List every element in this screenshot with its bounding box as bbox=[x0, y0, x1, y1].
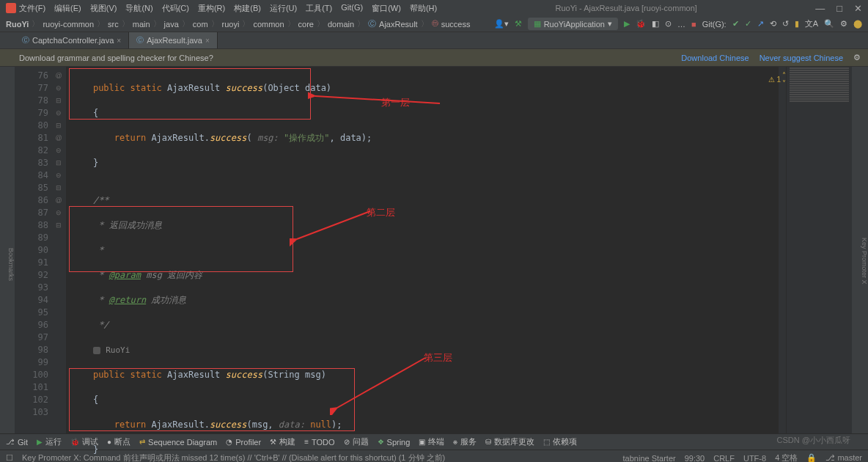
menu-file[interactable]: 文件(F) bbox=[19, 3, 45, 14]
menu-view[interactable]: 视图(V) bbox=[90, 3, 117, 14]
author-icon bbox=[93, 347, 100, 354]
run-icon[interactable]: ▶ bbox=[624, 19, 630, 29]
tabs-bar: ⒸCaptchaController.java× ⒸAjaxResult.jav… bbox=[0, 32, 868, 49]
keypromoter-tab[interactable]: Key Promoter X bbox=[861, 238, 868, 285]
profiler-icon[interactable]: ⊙ bbox=[665, 19, 672, 29]
menu-build[interactable]: 构建(B) bbox=[234, 3, 261, 14]
breadcrumb[interactable]: RuoYi〉 ruoyi-common〉 src〉 main〉 java〉 co… bbox=[6, 18, 470, 29]
crumb[interactable]: common bbox=[253, 20, 284, 29]
left-sidebar[interactable]: Bookmarks 结构 bbox=[0, 67, 15, 433]
nav-bar: RuoYi〉 ruoyi-common〉 src〉 main〉 java〉 co… bbox=[0, 16, 868, 32]
main-menu[interactable]: 文件(F) 编辑(E) 视图(V) 导航(N) 代码(C) 重构(R) 构建(B… bbox=[19, 3, 437, 14]
annotation-3: 第三层 bbox=[424, 351, 452, 364]
menu-window[interactable]: 窗口(W) bbox=[372, 3, 401, 14]
menu-tools[interactable]: 工具(T) bbox=[306, 3, 332, 14]
annotation-1: 第一层 bbox=[381, 96, 410, 109]
gutter-line-numbers: 76777879 80818283 84858687 88899091 9293… bbox=[15, 67, 51, 433]
git-label: Git(G): bbox=[702, 20, 727, 29]
notice-gear-icon[interactable]: ⚙ bbox=[853, 53, 861, 62]
event-icon[interactable]: ▮ bbox=[795, 19, 799, 29]
close-icon[interactable]: ✕ bbox=[854, 3, 862, 14]
git-update-icon[interactable]: ✔ bbox=[732, 19, 739, 29]
editor[interactable]: 76777879 80818283 84858687 88899091 9293… bbox=[15, 67, 852, 433]
crumb[interactable]: src bbox=[108, 20, 119, 29]
menu-edit[interactable]: 编辑(E) bbox=[54, 3, 81, 14]
tab-ajaxresult[interactable]: ⒸAjaxResult.java× bbox=[129, 32, 218, 48]
menu-help[interactable]: 帮助(H) bbox=[410, 3, 437, 14]
error-stripe[interactable]: ⚠1 ˄ ˅ bbox=[779, 67, 786, 433]
branch[interactable]: ⎇ master bbox=[825, 453, 862, 462]
crumb[interactable]: RuoYi bbox=[6, 20, 29, 29]
author-hint: RuoYi bbox=[106, 345, 130, 355]
annotation-2: 第二层 bbox=[367, 206, 395, 219]
menu-run[interactable]: 运行(U) bbox=[270, 3, 297, 14]
crumb[interactable]: java bbox=[164, 20, 179, 29]
window-title: RuoYi - AjaxResult.java [ruoyi-common] bbox=[440, 4, 812, 12]
history-icon[interactable]: ⟲ bbox=[770, 19, 776, 29]
lock-icon[interactable]: 🔒 bbox=[806, 453, 817, 462]
crumb[interactable]: main bbox=[133, 20, 150, 29]
menu-nav[interactable]: 导航(N) bbox=[125, 3, 152, 14]
right-sidebar[interactable]: Key Promoter X Maven 数据库 Restful Tool 通知 bbox=[852, 67, 868, 433]
crumb[interactable]: AjaxResult bbox=[379, 20, 418, 29]
git-tool[interactable]: ⎇Git bbox=[6, 438, 28, 447]
title-bar: 文件(F) 编辑(E) 视图(V) 导航(N) 代码(C) 重构(R) 构建(B… bbox=[0, 0, 868, 16]
notice-msg: Download grammar and spelling checker fo… bbox=[19, 54, 213, 62]
menu-code[interactable]: 代码(C) bbox=[162, 3, 189, 14]
close-tab-icon[interactable]: × bbox=[205, 37, 210, 45]
warning-count[interactable]: ⚠1 ˄ ˅ bbox=[768, 71, 786, 87]
close-tab-icon[interactable]: × bbox=[117, 37, 121, 45]
watermark: CSDN @小小西瓜呀 bbox=[777, 435, 850, 446]
debug-icon[interactable]: 🐞 bbox=[636, 19, 646, 29]
notice-bar: Download grammar and spelling checker fo… bbox=[0, 49, 868, 67]
maximize-icon[interactable]: □ bbox=[836, 3, 842, 14]
gutter-fold[interactable]: @⊖⊟ ⊖⊟ @⊖⊟ ⊖⊟ @⊖⊟ bbox=[51, 67, 66, 433]
app-icon bbox=[6, 3, 16, 13]
revert-icon[interactable]: ↺ bbox=[782, 19, 789, 29]
bookmarks-tab[interactable]: Bookmarks bbox=[7, 248, 15, 281]
hammer-icon[interactable]: ⚒ bbox=[515, 19, 522, 29]
stop-icon[interactable]: ■ bbox=[691, 20, 696, 29]
user-icon[interactable]: 👤▾ bbox=[494, 19, 509, 29]
translate-icon[interactable]: 文A bbox=[805, 18, 818, 29]
coverage-icon[interactable]: ◧ bbox=[652, 19, 659, 29]
run-tool[interactable]: ▶运行 bbox=[37, 436, 62, 447]
attach-icon[interactable]: … bbox=[677, 20, 685, 29]
settings-icon[interactable]: ⚙ bbox=[840, 19, 847, 29]
status-icon[interactable]: ☐ bbox=[6, 453, 13, 462]
download-link[interactable]: Download Chinese bbox=[681, 54, 749, 62]
notif-icon[interactable]: ⬤ bbox=[853, 19, 862, 29]
minimap[interactable] bbox=[786, 67, 852, 433]
code-area[interactable]: public static AjaxResult success(Object … bbox=[66, 67, 779, 433]
crumb[interactable]: core bbox=[298, 20, 314, 29]
run-config-selector[interactable]: ▦RuoYiApplication ▾ bbox=[528, 18, 618, 30]
search-icon[interactable]: 🔍 bbox=[824, 19, 834, 29]
svg-line-1 bbox=[315, 96, 440, 103]
crumb[interactable]: success bbox=[441, 20, 471, 29]
crumb[interactable]: ruoyi bbox=[222, 20, 240, 29]
git-commit-icon[interactable]: ✓ bbox=[745, 19, 751, 29]
crumb[interactable]: ruoyi-common bbox=[43, 20, 94, 29]
never-link[interactable]: Never suggest Chinese bbox=[760, 54, 843, 62]
crumb[interactable]: domain bbox=[328, 20, 354, 29]
crumb[interactable]: com bbox=[193, 20, 208, 29]
menu-refactor[interactable]: 重构(R) bbox=[198, 3, 225, 14]
tab-captcha[interactable]: ⒸCaptchaController.java× bbox=[15, 32, 129, 48]
git-push-icon[interactable]: ↗ bbox=[757, 19, 764, 29]
menu-git[interactable]: Git(G) bbox=[341, 3, 363, 14]
minimize-icon[interactable]: — bbox=[815, 3, 825, 14]
